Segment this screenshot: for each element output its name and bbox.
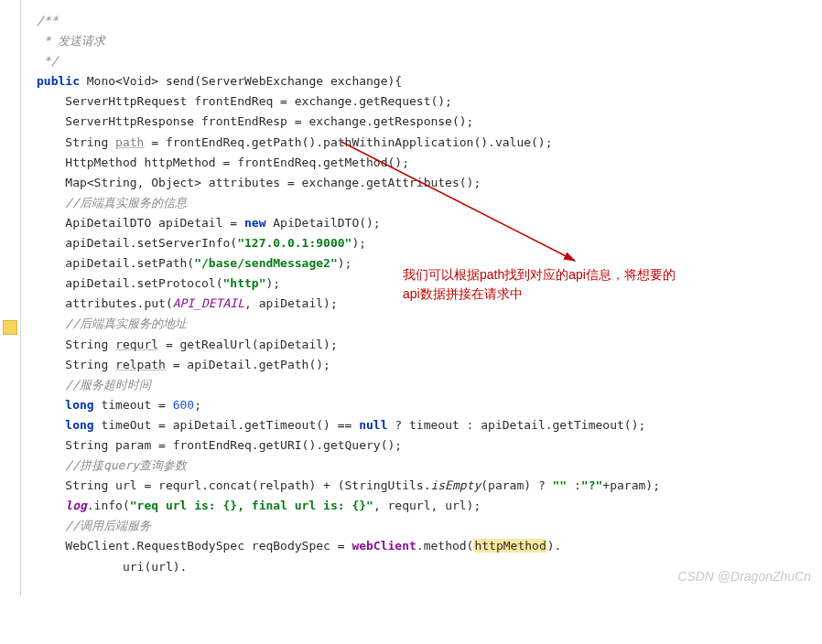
watermark: CSDN @DragonZhuCn: [677, 566, 811, 588]
code-text: String: [37, 338, 115, 351]
code-line: ServerHttpResponse frontEndResp = exchan…: [7, 112, 822, 132]
code-line: Map<String, Object> attributes = exchang…: [7, 173, 822, 193]
keyword: null: [359, 418, 387, 432]
code-line: String path = frontEndReq.getPath().path…: [7, 133, 822, 153]
code-line: String param = frontEndReq.getURI().getQ…: [7, 435, 822, 456]
code-text: ApiDetailDTO apiDetail =: [37, 216, 244, 230]
code-text: );: [265, 276, 280, 290]
code-text: , requrl, url);: [373, 499, 481, 512]
code-text: WebClient.RequestBodySpec reqBodySpec =: [37, 539, 352, 553]
string-literal: "": [553, 478, 568, 492]
code-text: Mono<Void> send(ServerWebExchange exchan…: [80, 74, 402, 88]
code-line: long timeOut = apiDetail.getTimeout() ==…: [7, 415, 822, 435]
code-line: log.info("req url is: {}, final url is: …: [7, 496, 822, 516]
keyword: long: [65, 398, 93, 412]
string-literal: "http": [223, 276, 266, 290]
code-text: (param) ?: [481, 478, 552, 492]
number: 600: [173, 398, 194, 412]
code-text: apiDetail.setServerInfo(: [37, 236, 237, 250]
string-literal: "?": [581, 478, 602, 492]
code-text: timeout =: [94, 398, 173, 412]
var: requrl: [115, 338, 158, 351]
code-line: ApiDetailDTO apiDetail = new ApiDetailDT…: [7, 213, 822, 233]
code-text: String: [37, 135, 115, 149]
code-text: String: [37, 358, 115, 371]
static-call: isEmpty: [430, 478, 481, 492]
keyword: long: [65, 418, 93, 432]
code-text: );: [352, 236, 366, 250]
code-line: String requrl = getRealUrl(apiDetail);: [7, 335, 822, 355]
field: webClient: [352, 539, 416, 553]
code-text: +param);: [602, 478, 660, 492]
keyword: public: [37, 74, 80, 88]
code-text: = getRealUrl(apiDetail);: [158, 338, 338, 351]
code-line: apiDetail.setServerInfo("127.0.0.1:9000"…: [7, 233, 822, 253]
code-line: //后端真实服务的信息: [7, 193, 822, 213]
code-editor: /** * 发送请求 */ public Mono<Void> send(Ser…: [0, 0, 822, 596]
code-text: .info(: [87, 499, 130, 512]
var-path: path: [115, 135, 144, 149]
code-text: [37, 418, 65, 432]
code-line: //后端真实服务的地址: [7, 314, 822, 334]
code-text: , apiDetail);: [244, 296, 338, 310]
gutter-marker-icon: [3, 320, 17, 335]
code-line: //调用后端服务: [7, 516, 822, 536]
code-text: ).: [547, 539, 562, 553]
callout-line1: 我们可以根据path找到对应的api信息，将想要的: [403, 265, 676, 284]
keyword: new: [244, 216, 265, 230]
string-literal: "/base/sendMessage2": [194, 256, 338, 270]
code-text: apiDetail.setPath(: [37, 256, 194, 270]
code-text: .method(: [416, 539, 474, 553]
code-text: );: [338, 256, 352, 270]
code-line: String url = requrl.concat(relpath) + (S…: [7, 476, 822, 496]
string-literal: "127.0.0.1:9000": [237, 236, 352, 250]
callout-line2: api数据拼接在请求中: [403, 284, 676, 304]
var: relpath: [115, 358, 166, 371]
code-line: //服务超时时间: [7, 375, 822, 395]
code-text: = frontEndReq.getPath().pathWithinApplic…: [144, 135, 552, 149]
code-line: * 发送请求: [7, 31, 822, 51]
code-line: public Mono<Void> send(ServerWebExchange…: [7, 71, 822, 91]
string-literal: "req url is: {}, final url is: {}": [130, 499, 373, 512]
code-text: :: [567, 478, 581, 492]
code-line: */: [7, 51, 822, 71]
code-line: long timeout = 600;: [7, 395, 822, 415]
code-text: timeOut = apiDetail.getTimeout() ==: [94, 418, 360, 432]
code-text: ? timeout : apiDetail.getTimeout();: [388, 418, 646, 432]
code-line: String relpath = apiDetail.getPath();: [7, 355, 822, 375]
code-text: apiDetail.setProtocol(: [37, 276, 223, 290]
code-text: ApiDetailDTO();: [265, 216, 380, 230]
warn-param: httpMethod: [473, 539, 546, 553]
code-text: attributes.put(: [37, 296, 173, 310]
annotation-callout: 我们可以根据path找到对应的api信息，将想要的 api数据拼接在请求中: [403, 265, 676, 304]
code-line: ServerHttpRequest frontEndReq = exchange…: [7, 91, 822, 112]
logger: log: [65, 499, 86, 512]
code-text: String url = requrl.concat(relpath) + (S…: [37, 478, 430, 492]
code-text: = apiDetail.getPath();: [166, 358, 330, 371]
code-line: WebClient.RequestBodySpec reqBodySpec = …: [7, 536, 822, 556]
code-line: /**: [7, 11, 822, 31]
code-line: //拼接query查询参数: [7, 456, 822, 476]
code-text: ;: [194, 398, 201, 412]
gutter: [0, 0, 21, 596]
code-text: [37, 398, 65, 412]
code-text: [37, 499, 65, 512]
code-line: HttpMethod httpMethod = frontEndReq.getM…: [7, 153, 822, 173]
constant: API_DETAIL: [173, 296, 244, 310]
